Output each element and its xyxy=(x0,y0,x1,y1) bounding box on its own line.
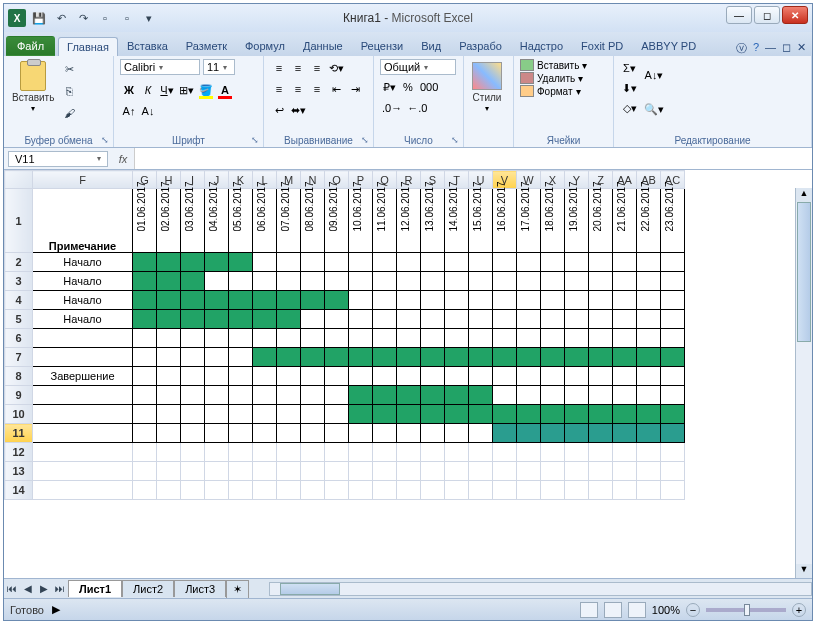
cell[interactable] xyxy=(181,272,205,291)
tab-file[interactable]: Файл xyxy=(6,36,55,56)
new-sheet-icon[interactable]: ✶ xyxy=(226,580,249,598)
cell[interactable] xyxy=(565,386,589,405)
cell[interactable] xyxy=(205,386,229,405)
cell[interactable] xyxy=(469,386,493,405)
cell[interactable] xyxy=(493,386,517,405)
cell[interactable] xyxy=(469,291,493,310)
cell[interactable] xyxy=(661,272,685,291)
cell[interactable] xyxy=(421,386,445,405)
slider-thumb[interactable] xyxy=(744,604,750,616)
cell[interactable] xyxy=(301,291,325,310)
cell[interactable] xyxy=(565,424,589,443)
cell[interactable] xyxy=(469,405,493,424)
cell[interactable] xyxy=(445,443,469,462)
cell[interactable] xyxy=(397,272,421,291)
cell[interactable] xyxy=(541,443,565,462)
row-header[interactable]: 12 xyxy=(5,443,33,462)
cell[interactable] xyxy=(301,481,325,500)
cell[interactable] xyxy=(229,291,253,310)
tab-view[interactable]: Вид xyxy=(412,36,450,56)
cell[interactable] xyxy=(613,253,637,272)
cell[interactable] xyxy=(589,253,613,272)
cell[interactable] xyxy=(181,481,205,500)
cell[interactable] xyxy=(301,386,325,405)
launcher-icon[interactable]: ⤡ xyxy=(361,135,369,145)
row-header[interactable]: 11 xyxy=(5,424,33,443)
cell[interactable]: 22.06.2017 xyxy=(637,189,661,253)
redo-icon[interactable]: ↷ xyxy=(74,9,92,27)
cell[interactable] xyxy=(517,348,541,367)
cell[interactable]: 13.06.2017 xyxy=(421,189,445,253)
cell[interactable] xyxy=(397,310,421,329)
align-top-icon[interactable]: ≡ xyxy=(270,59,288,77)
number-format-combo[interactable]: Общий▾ xyxy=(380,59,456,75)
cell[interactable] xyxy=(133,253,157,272)
cell[interactable] xyxy=(565,272,589,291)
cell[interactable] xyxy=(661,405,685,424)
cell[interactable] xyxy=(541,424,565,443)
row-header[interactable]: 5 xyxy=(5,310,33,329)
cell[interactable] xyxy=(517,291,541,310)
cell[interactable] xyxy=(589,310,613,329)
cell[interactable] xyxy=(229,443,253,462)
cell[interactable] xyxy=(493,291,517,310)
cell[interactable]: 01.06.2017 xyxy=(133,189,157,253)
cell[interactable] xyxy=(613,310,637,329)
cell[interactable] xyxy=(133,272,157,291)
cell[interactable] xyxy=(181,405,205,424)
cell[interactable] xyxy=(181,424,205,443)
cell[interactable] xyxy=(493,272,517,291)
cell[interactable] xyxy=(205,481,229,500)
cell[interactable] xyxy=(133,386,157,405)
cell[interactable] xyxy=(373,329,397,348)
cell[interactable] xyxy=(253,291,277,310)
cell[interactable] xyxy=(277,424,301,443)
tab-layout[interactable]: Разметк xyxy=(177,36,236,56)
cell[interactable] xyxy=(445,481,469,500)
cell[interactable] xyxy=(637,367,661,386)
cell[interactable] xyxy=(541,253,565,272)
cell[interactable] xyxy=(421,272,445,291)
cell[interactable] xyxy=(229,424,253,443)
sheet-nav-last-icon[interactable]: ⏭ xyxy=(52,583,68,594)
shrink-font-icon[interactable]: A↓ xyxy=(139,102,157,120)
scroll-thumb[interactable] xyxy=(797,202,811,342)
cell[interactable] xyxy=(301,405,325,424)
cell[interactable] xyxy=(637,348,661,367)
cell[interactable] xyxy=(469,348,493,367)
cell[interactable] xyxy=(397,462,421,481)
cell[interactable] xyxy=(637,481,661,500)
cell[interactable] xyxy=(253,386,277,405)
cell[interactable] xyxy=(205,367,229,386)
cell[interactable] xyxy=(33,462,133,481)
cell[interactable] xyxy=(445,405,469,424)
cell[interactable] xyxy=(493,424,517,443)
cell[interactable] xyxy=(565,443,589,462)
cell[interactable] xyxy=(205,462,229,481)
cell[interactable] xyxy=(637,462,661,481)
cell[interactable] xyxy=(445,367,469,386)
dec-decimal-icon[interactable]: ←.0 xyxy=(405,99,429,117)
tab-abbyy[interactable]: ABBYY PD xyxy=(632,36,705,56)
cell[interactable] xyxy=(493,443,517,462)
cell[interactable] xyxy=(301,424,325,443)
cell[interactable] xyxy=(277,253,301,272)
cell[interactable]: 14.06.2017 xyxy=(445,189,469,253)
cell[interactable] xyxy=(565,481,589,500)
cell[interactable] xyxy=(33,348,133,367)
paste-button[interactable]: Вставить ▾ xyxy=(10,59,56,115)
cell[interactable] xyxy=(397,291,421,310)
align-right-icon[interactable]: ≡ xyxy=(308,80,326,98)
cell[interactable] xyxy=(589,367,613,386)
cell[interactable] xyxy=(277,481,301,500)
formula-input[interactable] xyxy=(134,148,812,169)
cell[interactable]: 20.06.2017 xyxy=(589,189,613,253)
cell[interactable] xyxy=(637,291,661,310)
cell[interactable]: 10.06.2017 xyxy=(349,189,373,253)
cell[interactable] xyxy=(541,329,565,348)
cell[interactable] xyxy=(229,462,253,481)
cell[interactable] xyxy=(397,253,421,272)
cell[interactable] xyxy=(469,424,493,443)
cell[interactable] xyxy=(133,443,157,462)
cell[interactable] xyxy=(445,329,469,348)
